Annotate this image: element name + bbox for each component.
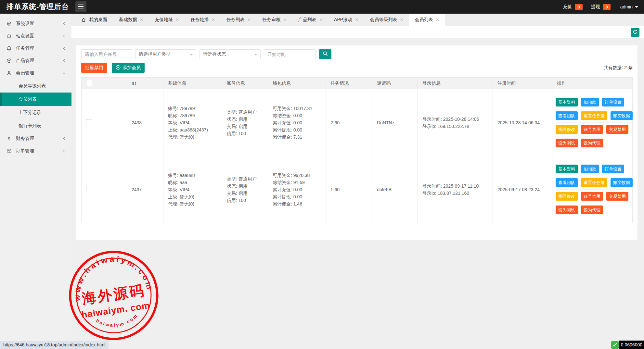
sidebar: 系统设置站点设置任务管理产品管理会员管理会员等级列表会员列表上下分记录银行卡列表… xyxy=(0,14,71,349)
start-time-input[interactable] xyxy=(264,49,316,59)
chevron-down-icon xyxy=(62,71,66,75)
cell-wallet-info: 可用资金: 10017.31冻结资金: 0.00累计充值: 0.00累计提现: … xyxy=(268,89,326,156)
svg-text:$: $ xyxy=(8,136,10,141)
batch-disable-button[interactable]: 批量禁用 xyxy=(81,63,107,73)
action-button-加扣款[interactable]: 加扣款 xyxy=(581,98,599,106)
tab-item-任务列表[interactable]: 任务列表× xyxy=(221,14,256,26)
tab-item-APP滚动[interactable]: APP滚动× xyxy=(328,14,364,26)
toolbar-strip xyxy=(71,26,644,38)
table-header-row: ID基础信息账号信息钱包信息任务情况邀请码登录信息注册时间操作 xyxy=(82,78,633,89)
recharge-indicator[interactable]: 充值 0 xyxy=(563,4,582,10)
row-checkbox[interactable] xyxy=(86,186,92,192)
close-icon[interactable]: × xyxy=(212,17,215,22)
sidebar-subitem-会员列表[interactable]: 会员列表 xyxy=(0,93,71,106)
action-button-账号禁用[interactable]: 账号禁用 xyxy=(581,192,603,201)
chevron-left-icon xyxy=(62,34,66,38)
action-button-group: 设为测试设为代理 xyxy=(556,136,630,150)
sidebar-item-任务管理[interactable]: 任务管理 xyxy=(0,42,71,55)
action-button-订单设置[interactable]: 订单设置 xyxy=(602,165,624,173)
chevron-left-icon xyxy=(62,46,66,51)
header-right: 充值 0 提现 0 admin xyxy=(554,4,638,10)
action-button-重置任务量[interactable]: 重置任务量 xyxy=(581,178,607,187)
tab-item-产品列表[interactable]: 产品列表× xyxy=(292,14,328,26)
row-checkbox[interactable] xyxy=(86,119,92,125)
close-icon[interactable]: × xyxy=(319,17,322,22)
sidebar-item-系统设置[interactable]: 系统设置 xyxy=(0,18,71,30)
action-button-基本资料[interactable]: 基本资料 xyxy=(556,165,578,173)
action-button-订单设置[interactable]: 订单设置 xyxy=(602,98,624,106)
tab-item-基础数据[interactable]: 基础数据× xyxy=(113,14,149,26)
tab-item-我的桌面[interactable]: 我的桌面 xyxy=(75,14,113,26)
action-button-账变数据[interactable]: 账变数据 xyxy=(611,178,633,187)
action-button-设为测试[interactable]: 设为测试 xyxy=(556,206,578,214)
action-button-交易禁用[interactable]: 交易禁用 xyxy=(606,125,628,134)
sidebar-subitem-银行卡列表[interactable]: 银行卡列表 xyxy=(0,119,71,132)
menu-toggle-button[interactable] xyxy=(75,1,86,12)
action-button-加扣款[interactable]: 加扣款 xyxy=(581,165,599,173)
close-icon[interactable]: × xyxy=(283,17,286,22)
cell-basic-info: 账号: aaa888昵称: aaa等级: VIP4上级: 暂无(0)代理: 暂无… xyxy=(163,156,222,223)
action-button-账号禁用[interactable]: 账号禁用 xyxy=(581,125,603,134)
status-select[interactable]: 请选择状态 xyxy=(200,49,261,59)
close-icon[interactable]: × xyxy=(176,17,179,22)
tab-item-充值地址[interactable]: 充值地址× xyxy=(149,14,185,26)
action-button-密码修改[interactable]: 密码修改 xyxy=(556,192,578,201)
sidebar-item-站点设置[interactable]: 站点设置 xyxy=(0,30,71,42)
action-button-账变数据[interactable]: 账变数据 xyxy=(611,111,633,120)
column-header: 邀请码 xyxy=(372,78,418,89)
sidebar-item-label: 站点设置 xyxy=(16,33,58,39)
sidebar-item-label: 任务管理 xyxy=(16,45,58,51)
action-button-设为代理[interactable]: 设为代理 xyxy=(581,206,603,214)
search-button[interactable] xyxy=(319,49,331,59)
sidebar-item-产品管理[interactable]: 产品管理 xyxy=(0,55,71,67)
tab-item-会员列表[interactable]: 会员列表× xyxy=(409,14,445,26)
tab-label: 充值地址 xyxy=(155,17,173,23)
tab-item-任务审核[interactable]: 任务审核× xyxy=(256,14,292,26)
sidebar-subitem-上下分记录[interactable]: 上下分记录 xyxy=(0,106,71,119)
status-select-value: 请选择状态 xyxy=(203,51,226,57)
action-button-密码修改[interactable]: 密码修改 xyxy=(556,125,578,134)
sidebar-item-label: 订单管理 xyxy=(16,148,58,154)
bell-icon xyxy=(6,33,12,39)
add-member-button[interactable]: 添加会员 xyxy=(112,63,145,73)
action-button-设为测试[interactable]: 设为测试 xyxy=(556,139,578,147)
action-button-查看团队[interactable]: 查看团队 xyxy=(556,178,578,187)
chevron-left-icon xyxy=(62,21,66,26)
user-menu[interactable]: admin xyxy=(620,4,638,9)
tab-item-任务轮播[interactable]: 任务轮播× xyxy=(185,14,221,26)
search-icon xyxy=(323,51,328,57)
select-all-checkbox[interactable] xyxy=(86,80,92,86)
action-button-基本资料[interactable]: 基本资料 xyxy=(556,98,578,106)
sidebar-subitem-会员等级列表[interactable]: 会员等级列表 xyxy=(0,79,71,93)
user-icon xyxy=(6,70,12,76)
cell-register-time: 2025-10-28 14:06:34 xyxy=(493,89,552,156)
tab-label: 会员列表 xyxy=(415,17,433,23)
cell-wallet-info-line: 冻结资金: 0.00 xyxy=(273,112,323,119)
member-table: ID基础信息账号信息钱包信息任务情况邀请码登录信息注册时间操作 2438账号: … xyxy=(81,77,633,223)
close-icon[interactable]: × xyxy=(355,17,358,22)
cell-basic-info-line: 上级: 暂无(0) xyxy=(168,193,219,200)
action-button-交易禁用[interactable]: 交易禁用 xyxy=(606,192,628,201)
action-button-设为代理[interactable]: 设为代理 xyxy=(581,139,603,147)
sidebar-item-会员管理[interactable]: 会员管理 xyxy=(0,67,71,79)
sidebar-item-订单管理[interactable]: 订单管理 xyxy=(0,145,71,157)
withdraw-indicator[interactable]: 提现 0 xyxy=(591,4,611,10)
cell-wallet-info-line: 可用资金: 10017.31 xyxy=(273,105,323,112)
account-search-input[interactable] xyxy=(81,49,132,59)
cell-actions: 基本资料加扣款订单设置查看团队重置任务量账变数据密码修改账号禁用交易禁用设为测试… xyxy=(552,89,633,156)
withdraw-label: 提现 xyxy=(591,4,600,10)
close-icon[interactable]: × xyxy=(248,17,251,22)
cell-basic-info-line: 昵称: aaa xyxy=(168,179,219,186)
close-icon[interactable]: × xyxy=(436,17,439,22)
cell-basic-info-line: 上级: aaa888(2437) xyxy=(168,126,219,133)
close-icon[interactable]: × xyxy=(400,17,403,22)
tab-item-会员等级列表[interactable]: 会员等级列表× xyxy=(364,14,409,26)
user-type-select[interactable]: 请选择用户类型 xyxy=(135,49,196,59)
tab-label: 任务轮播 xyxy=(191,17,209,23)
action-button-查看团队[interactable]: 查看团队 xyxy=(556,111,578,120)
action-button-重置任务量[interactable]: 重置任务量 xyxy=(581,111,607,120)
action-button-group: 基本资料加扣款订单设置 xyxy=(556,95,630,109)
refresh-button[interactable] xyxy=(631,28,639,37)
sidebar-item-财务管理[interactable]: $财务管理 xyxy=(0,132,71,145)
close-icon[interactable]: × xyxy=(140,17,143,22)
